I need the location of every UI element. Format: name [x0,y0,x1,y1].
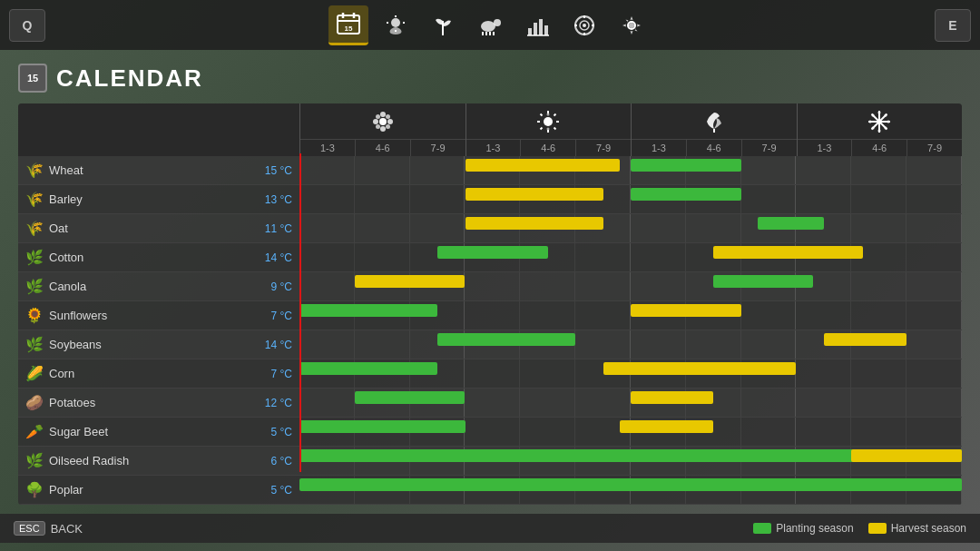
crop-temp: 14 °C [256,251,292,264]
svg-text:15: 15 [345,25,353,33]
crop-name: Sugar Beet [49,425,250,438]
crop-timeline [299,243,962,271]
crop-name: Barley [49,192,250,206]
nav-crop-icon[interactable] [423,5,463,45]
summer-sub-2: 4-6 [521,140,576,156]
crop-timeline [299,330,962,359]
crop-info-sunflowers: 🌻Sunflowers7 °C [18,307,299,324]
harvest-legend: Harvest season [868,522,966,535]
season-autumn: 1-3 4-6 7-9 [631,103,797,156]
svg-point-39 [386,124,390,129]
nav-missions-icon[interactable] [564,5,604,45]
harvest-bar [603,362,797,375]
svg-point-63 [872,126,875,129]
crop-row: 🌻Sunflowers7 °C [18,301,962,330]
crop-row: 🌾Oat11 °C [18,214,962,243]
svg-point-24 [583,24,586,27]
planting-bar [299,304,437,317]
season-header: 1-3 4-6 7-9 [18,103,962,156]
planting-bar [713,275,813,288]
current-time-line [299,153,301,472]
autumn-sub-cols: 1-3 4-6 7-9 [632,140,797,156]
nav-calendar-icon[interactable]: 15 [328,5,368,45]
crop-info-cotton: 🌿Cotton14 °C [18,249,299,266]
nav-stats-icon[interactable] [517,5,557,45]
harvest-bar [466,159,620,172]
crop-row: 🥔Potatoes12 °C [18,389,962,418]
e-button[interactable]: E [935,9,971,42]
summer-sub-cols: 1-3 4-6 7-9 [466,140,632,156]
nav-left: Q [9,9,45,42]
planting-bar [758,217,824,230]
svg-point-50 [547,127,550,130]
crop-name: Oat [49,221,250,235]
svg-point-49 [547,113,550,115]
crop-row: 🥕Sugar Beet5 °C [18,418,962,447]
svg-rect-17 [528,28,532,35]
svg-point-12 [494,19,501,26]
harvest-bar [851,449,962,462]
crop-timeline [299,156,962,184]
svg-point-33 [380,126,386,132]
crop-temp: 7 °C [256,368,292,380]
svg-point-31 [379,118,387,125]
crop-name: Wheat [49,163,250,177]
crop-temp: 5 °C [256,484,292,497]
planting-bar [299,420,466,433]
planting-bar [631,159,741,172]
nav-settings-icon[interactable] [612,5,652,45]
autumn-sub-1: 1-3 [632,140,687,156]
autumn-sub-3: 7-9 [742,140,797,156]
crop-info-potatoes: 🥔Potatoes12 °C [18,394,299,411]
winter-sub-cols: 1-3 4-6 7-9 [798,140,963,156]
esc-label: ESC [14,521,45,536]
svg-point-59 [887,120,890,123]
crop-icon: 🌳 [25,481,44,498]
nav-animal-icon[interactable] [470,5,510,45]
crop-row: 🌿Soybeans14 °C [18,330,962,359]
page-title: CALENDAR [56,64,203,93]
crop-temp: 11 °C [256,222,292,235]
crop-temp: 15 °C [256,164,292,177]
crop-icon: 🌿 [25,452,44,469]
crop-temp: 13 °C [256,193,292,206]
crop-info-barley: 🌾Barley13 °C [18,191,299,208]
back-label: BACK [51,522,83,536]
title-row: 15 CALENDAR [18,64,962,93]
crop-info-canola: 🌿Canola9 °C [18,278,299,295]
nav-right: E [935,9,971,42]
season-cols: 1-3 4-6 7-9 [299,103,962,156]
q-button[interactable]: Q [9,9,45,42]
crop-name: Soybeans [49,338,250,351]
crop-temp: 14 °C [256,339,292,351]
back-button[interactable]: ESC BACK [14,521,83,536]
harvest-bar [355,275,466,288]
crop-info-poplar: 🌳Poplar5 °C [18,481,299,498]
spring-sub-3: 7-9 [411,140,466,156]
nav-weather-icon[interactable] [376,5,416,45]
crop-icon: 🌿 [25,336,44,353]
svg-point-40 [544,117,553,126]
crop-timeline [299,185,962,213]
crop-icon: 🌾 [25,220,44,237]
spring-sub-1: 1-3 [300,140,356,156]
crop-name: Oilseed Radish [49,454,250,467]
svg-rect-20 [544,25,548,35]
planting-legend: Planting season [753,522,853,535]
crop-name: Canola [49,280,250,293]
winter-sub-3: 7-9 [907,140,962,156]
crop-icon: 🌻 [25,307,44,324]
crop-rows: 🌾Wheat15 °C🌾Barley13 °C🌾Oat11 °C🌿Cotton1… [18,156,962,505]
harvest-bar [631,304,741,317]
harvest-label: Harvest season [891,522,966,535]
season-winter: 1-3 4-6 7-9 [797,103,963,156]
spring-sub-2: 4-6 [356,140,411,156]
crop-name: Potatoes [49,396,250,409]
harvest-bar [620,420,713,433]
planting-bar [437,333,575,346]
crop-icon: 🌽 [25,365,44,382]
svg-line-46 [554,127,556,129]
svg-point-56 [878,111,881,113]
crop-icon: 🌾 [25,191,44,208]
harvest-bar [466,217,603,230]
